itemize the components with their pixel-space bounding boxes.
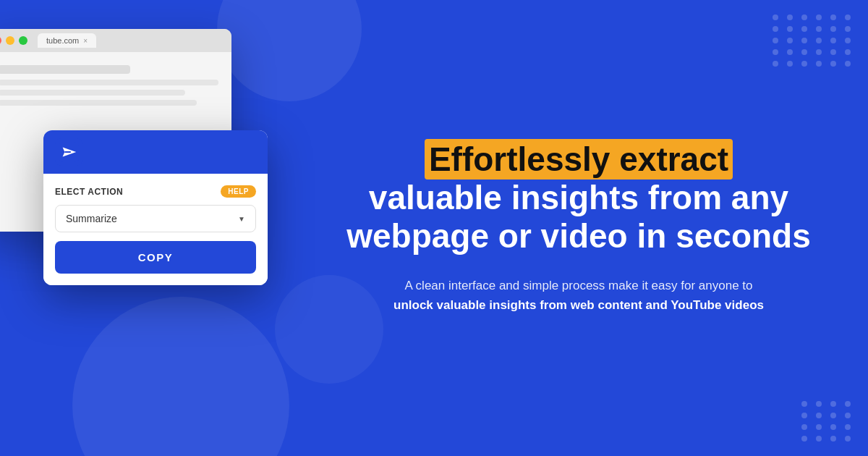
copy-button[interactable]: COPY bbox=[55, 241, 256, 274]
subheadline: A clean interface and simple process mak… bbox=[333, 276, 825, 315]
subheadline-bold: unlock valuable insights from web conten… bbox=[393, 298, 764, 312]
browser-titlebar: tube.com × bbox=[0, 29, 231, 52]
subheadline-plain: A clean interface and simple process mak… bbox=[405, 279, 753, 292]
popup-body: ELECT ACTION HELP Summarize ▼ COPY bbox=[43, 174, 268, 285]
headline-rest: valuable insights from any webpage or vi… bbox=[346, 179, 811, 255]
popup-header bbox=[43, 130, 268, 174]
browser-tab: tube.com × bbox=[38, 33, 96, 48]
window-maximize-dot bbox=[19, 36, 27, 45]
tab-label: tube.com bbox=[46, 36, 79, 45]
main-headline: Effortlessly extract valuable insights f… bbox=[333, 140, 825, 256]
select-action-section: ELECT ACTION HELP bbox=[55, 185, 256, 198]
select-action-label: ELECT ACTION bbox=[55, 187, 123, 197]
left-panel: tube.com × bbox=[0, 0, 304, 456]
help-badge: HELP bbox=[221, 185, 256, 198]
extension-logo bbox=[55, 138, 82, 166]
headline-highlight: Effortlessly extract bbox=[425, 139, 733, 180]
tab-close-icon: × bbox=[83, 37, 88, 45]
right-panel: Effortlessly extract valuable insights f… bbox=[311, 0, 868, 456]
dropdown-value: Summarize bbox=[66, 213, 117, 224]
extension-popup: ELECT ACTION HELP Summarize ▼ COPY bbox=[43, 130, 268, 285]
action-dropdown[interactable]: Summarize ▼ bbox=[55, 205, 256, 232]
window-close-dot bbox=[0, 36, 1, 45]
window-minimize-dot bbox=[6, 36, 14, 45]
logo-icon bbox=[59, 142, 79, 162]
dropdown-arrow-icon: ▼ bbox=[238, 215, 245, 223]
